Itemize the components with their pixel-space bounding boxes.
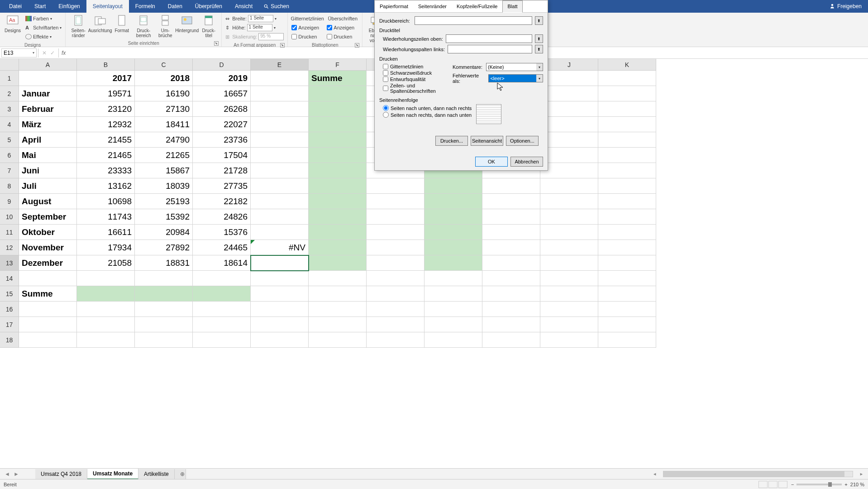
cell-F5[interactable] <box>309 132 367 148</box>
height-input[interactable]: 1 Seite <box>247 24 272 31</box>
cell-E7[interactable] <box>251 163 309 178</box>
cell-J14[interactable] <box>540 271 598 286</box>
sheet-tab-1[interactable]: Umsatz Monate <box>87 469 138 479</box>
sheet-tab-0[interactable]: Umsatz Q4 2018 <box>35 469 87 479</box>
cell-D5[interactable]: 23736 <box>193 132 251 148</box>
col-header-A[interactable]: A <box>19 59 77 71</box>
preview-button[interactable]: Seitenansicht <box>471 136 503 146</box>
row-header-17[interactable]: 17 <box>0 317 19 332</box>
row-header-9[interactable]: 9 <box>0 194 19 209</box>
cell-B15[interactable] <box>77 286 135 302</box>
cell-I15[interactable] <box>482 286 540 302</box>
cell-D13[interactable]: 18614 <box>193 255 251 271</box>
row-header-4[interactable]: 4 <box>0 117 19 132</box>
cell-K14[interactable] <box>598 271 656 286</box>
options-button[interactable]: Optionen... <box>506 136 539 146</box>
cell-B7[interactable]: 23333 <box>77 163 135 178</box>
cell-E18[interactable] <box>251 332 309 348</box>
cell-F17[interactable] <box>309 317 367 332</box>
cell-J6[interactable] <box>540 148 598 163</box>
cell-A4[interactable]: März <box>19 117 77 132</box>
cell-D12[interactable]: 24465 <box>193 240 251 255</box>
cell-B6[interactable]: 21465 <box>77 148 135 163</box>
cell-D18[interactable] <box>193 332 251 348</box>
cell-J5[interactable] <box>540 132 598 148</box>
cell-K1[interactable] <box>598 71 656 86</box>
order-down-radio[interactable] <box>383 105 389 111</box>
cell-I8[interactable] <box>482 178 540 194</box>
cell-I11[interactable] <box>482 225 540 240</box>
cell-A6[interactable]: Mai <box>19 148 77 163</box>
cell-F3[interactable] <box>309 101 367 117</box>
cell-A10[interactable]: September <box>19 209 77 225</box>
cell-A12[interactable]: November <box>19 240 77 255</box>
cell-E10[interactable] <box>251 209 309 225</box>
tab-formeln[interactable]: Formeln <box>129 0 162 13</box>
zoom-level[interactable]: 210 % <box>850 482 864 487</box>
dialog-tab-seitenraender[interactable]: Seitenränder <box>413 0 452 12</box>
cell-H14[interactable] <box>424 271 482 286</box>
cell-J8[interactable] <box>540 178 598 194</box>
tab-einfuegen[interactable]: Einfügen <box>52 0 86 13</box>
cell-C4[interactable]: 18411 <box>135 117 193 132</box>
cell-J12[interactable] <box>540 240 598 255</box>
cell-K6[interactable] <box>598 148 656 163</box>
cell-C12[interactable]: 27892 <box>135 240 193 255</box>
cell-F12[interactable] <box>309 240 367 255</box>
cell-E1[interactable] <box>251 71 309 86</box>
cell-E6[interactable] <box>251 148 309 163</box>
cell-D11[interactable]: 15376 <box>193 225 251 240</box>
cell-E8[interactable] <box>251 178 309 194</box>
cell-D7[interactable]: 21728 <box>193 163 251 178</box>
page-layout-view-button[interactable] <box>768 481 777 488</box>
row-header-6[interactable]: 6 <box>0 148 19 163</box>
cell-F8[interactable] <box>309 178 367 194</box>
cell-G18[interactable] <box>367 332 424 348</box>
cell-K2[interactable] <box>598 86 656 101</box>
cell-K8[interactable] <box>598 178 656 194</box>
cell-D2[interactable]: 16657 <box>193 86 251 101</box>
hscroll-thumb[interactable] <box>663 471 844 477</box>
row-header-15[interactable]: 15 <box>0 286 19 302</box>
zoom-slider[interactable] <box>796 484 842 485</box>
cell-D10[interactable]: 24826 <box>193 209 251 225</box>
cell-E12[interactable]: #NV <box>251 240 309 255</box>
cell-J16[interactable] <box>540 302 598 317</box>
row-header-5[interactable]: 5 <box>0 132 19 148</box>
tab-datei[interactable]: Datei <box>3 0 28 13</box>
cell-F16[interactable] <box>309 302 367 317</box>
print-titles-button[interactable]: Druck- titel <box>199 14 219 39</box>
dialog-tab-papierformat[interactable]: Papierformat <box>375 0 413 12</box>
tab-ansicht[interactable]: Ansicht <box>229 0 259 13</box>
cell-H13[interactable] <box>424 255 482 271</box>
cell-K11[interactable] <box>598 225 656 240</box>
cell-A15[interactable]: Summe <box>19 286 77 302</box>
cell-A8[interactable]: Juli <box>19 178 77 194</box>
tell-me-search[interactable]: Suchen <box>259 0 294 13</box>
col-header-E[interactable]: E <box>251 59 309 71</box>
cell-A7[interactable]: Juni <box>19 163 77 178</box>
share-button[interactable]: Freigeben <box>823 0 868 13</box>
row-header-10[interactable]: 10 <box>0 209 19 225</box>
fonts-button[interactable]: ASchriftarten▾ <box>25 24 62 32</box>
draft-checkbox[interactable] <box>383 77 388 82</box>
hscroll-left-icon[interactable]: ◄ <box>653 472 657 476</box>
size-button[interactable]: Format <box>112 14 132 34</box>
row-header-8[interactable]: 8 <box>0 178 19 194</box>
cell-D4[interactable]: 22027 <box>193 117 251 132</box>
cell-J1[interactable] <box>540 71 598 86</box>
cell-J10[interactable] <box>540 209 598 225</box>
cell-E14[interactable] <box>251 271 309 286</box>
hscroll-right-icon[interactable]: ► <box>859 472 863 476</box>
cell-H12[interactable] <box>424 240 482 255</box>
background-button[interactable]: Hintergrund <box>177 14 197 34</box>
cols-repeat-range-button[interactable]: ⬆ <box>535 45 543 53</box>
row-header-1[interactable]: 1 <box>0 71 19 86</box>
sheet-nav[interactable]: ◄► <box>0 471 35 477</box>
cell-F4[interactable] <box>309 117 367 132</box>
col-header-D[interactable]: D <box>193 59 251 71</box>
cell-G14[interactable] <box>367 271 424 286</box>
cell-I18[interactable] <box>482 332 540 348</box>
cell-C1[interactable]: 2018 <box>135 71 193 86</box>
gridlines-view-checkbox[interactable] <box>291 25 297 30</box>
